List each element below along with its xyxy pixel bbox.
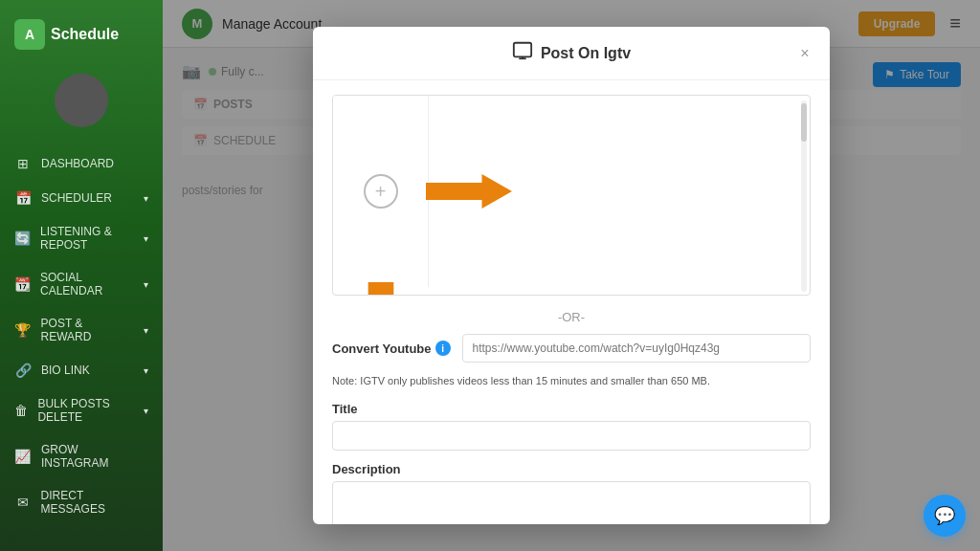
sidebar-item-label: DASHBOARD — [41, 157, 114, 170]
sidebar-item-bio-link[interactable]: 🔗 BIO LINK ▾ — [0, 353, 163, 387]
chat-button[interactable]: 💬 — [924, 495, 966, 537]
delete-icon: 🗑 — [14, 403, 28, 418]
chat-icon: 💬 — [934, 505, 955, 526]
scrollbar-track — [801, 100, 807, 292]
sidebar-item-label: SOCIAL CALENDAR — [40, 271, 134, 298]
title-input[interactable] — [332, 421, 811, 451]
modal-body: + — [313, 80, 830, 524]
modal-title-wrap: Post On Igtv — [512, 40, 631, 66]
chevron-down-icon: ▾ — [144, 193, 148, 204]
convert-youtube-label: Convert Youtube i — [332, 341, 451, 356]
sidebar-item-bulk-delete[interactable]: 🗑 BULK POSTS DELETE ▾ — [0, 387, 163, 433]
svg-marker-3 — [426, 174, 512, 209]
title-label: Title — [332, 402, 811, 416]
upload-thumbnail[interactable]: + — [333, 96, 429, 287]
sidebar-item-label: LISTENING & REPOST — [40, 225, 134, 252]
sidebar-item-grow-instagram[interactable]: 📈 GROW INSTAGRAM — [0, 433, 163, 479]
sidebar-item-social-calendar[interactable]: 📆 SOCIAL CALENDAR ▾ — [0, 261, 163, 307]
or-divider: -OR- — [332, 310, 811, 324]
chevron-down-icon: ▾ — [144, 365, 148, 376]
info-icon[interactable]: i — [435, 341, 451, 356]
note-text: Note: IGTV only publishes videos less th… — [332, 374, 811, 388]
chevron-down-icon: ▾ — [144, 233, 148, 244]
convert-youtube-section: Convert Youtube i — [332, 334, 811, 363]
chevron-down-icon: ▾ — [144, 406, 148, 416]
scheduler-icon: 📅 — [14, 190, 32, 206]
sidebar-item-listening[interactable]: 🔄 LISTENING & REPOST ▾ — [0, 215, 163, 261]
igtv-icon — [512, 40, 533, 66]
youtube-url-input[interactable] — [462, 334, 811, 363]
description-label: Description — [332, 462, 811, 476]
svg-rect-0 — [514, 43, 531, 57]
sidebar-item-post-reward[interactable]: 🏆 POST & REWARD ▾ — [0, 307, 163, 353]
modal-title: Post On Igtv — [541, 45, 631, 62]
chevron-down-icon: ▾ — [144, 325, 148, 336]
sidebar-item-label: BIO LINK — [41, 364, 90, 377]
main-content: M Manage Account Upgrade ≡ 📷 Fully c... … — [163, 0, 980, 551]
arrow-right-icon — [426, 167, 512, 215]
modal-overlay: Post On Igtv × + — [163, 0, 980, 551]
listening-icon: 🔄 — [14, 231, 31, 246]
sidebar-item-dashboard[interactable]: ⊞ DASHBOARD — [0, 146, 163, 181]
scrollbar-thumb — [801, 103, 807, 142]
logo-icon: A — [14, 19, 45, 50]
modal-scrollbar[interactable] — [801, 100, 807, 296]
reward-icon: 🏆 — [14, 322, 32, 338]
sidebar-logo: A Schedule — [0, 10, 163, 59]
upload-plus-button[interactable]: + — [364, 174, 398, 209]
chevron-down-icon: ▾ — [144, 279, 148, 290]
biolink-icon: 🔗 — [14, 363, 32, 378]
modal-close-button[interactable]: × — [794, 43, 815, 64]
dashboard-icon: ⊞ — [14, 156, 32, 171]
sidebar-item-scheduler[interactable]: 📅 SCHEDULER ▾ — [0, 181, 163, 215]
sidebar-item-label: SCHEDULER — [41, 191, 112, 205]
sidebar-item-label: BULK POSTS DELETE — [37, 397, 134, 424]
calendar-icon: 📆 — [14, 276, 31, 292]
grow-icon: 📈 — [14, 449, 32, 464]
modal-post-igtv: Post On Igtv × + — [313, 27, 830, 524]
modal-header: Post On Igtv × — [313, 27, 830, 80]
sidebar-item-label: POST & REWARD — [41, 317, 134, 343]
sidebar-item-direct-messages[interactable]: ✉ DIRECT MESSAGES — [0, 479, 163, 525]
svg-marker-4 — [359, 282, 401, 296]
messages-icon: ✉ — [14, 495, 32, 510]
description-textarea[interactable] — [332, 481, 811, 524]
upload-area: + — [332, 95, 811, 296]
arrow-down-icon — [357, 282, 405, 296]
sidebar-item-label: DIRECT MESSAGES — [41, 489, 148, 516]
plus-icon: + — [375, 181, 387, 203]
avatar — [55, 74, 108, 127]
sidebar-item-label: GROW INSTAGRAM — [41, 443, 148, 470]
sidebar: A Schedule ⊞ DASHBOARD 📅 SCHEDULER ▾ 🔄 L… — [0, 0, 163, 551]
logo-text: Schedule — [51, 26, 119, 43]
